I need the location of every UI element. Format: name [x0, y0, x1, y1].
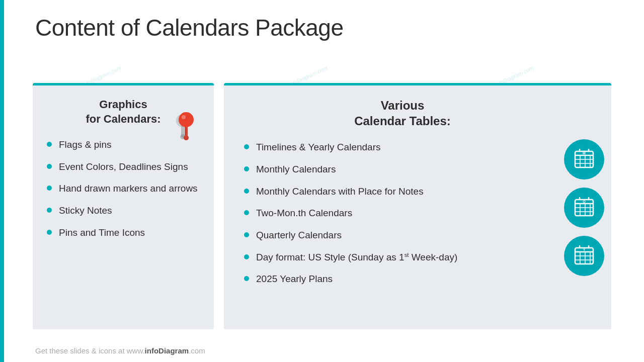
list-item: Event Colors, Deadlines Signs [47, 160, 200, 173]
svg-point-5 [179, 112, 194, 127]
list-item: Day format: US Style (Sunday as 1st Week… [244, 251, 561, 264]
list-item: Quarterly Calendars [244, 229, 561, 242]
list-item: 2025 Yearly Plans [244, 273, 561, 286]
bullet-dot [244, 166, 249, 171]
page-title: Content of Calendars Package [35, 14, 624, 41]
columns-container: Graphics for Calendars: Flags & pins [33, 83, 611, 329]
right-bullet-list: Timelines & Yearly Calendars Monthly Cal… [244, 141, 561, 285]
bullet-dot [47, 186, 52, 191]
bullet-dot [47, 230, 52, 235]
bullet-dot [47, 208, 52, 213]
list-item: Timelines & Yearly Calendars [244, 141, 561, 154]
list-item: Two-Mon.th Calendars [244, 207, 561, 220]
bullet-dot [47, 142, 52, 147]
quarterly-calendar-icon: Q [564, 188, 604, 228]
bullet-dot [47, 164, 52, 169]
svg-text:Y: Y [583, 248, 586, 251]
list-item: Sticky Notes [47, 204, 200, 217]
pin-icon-decoration [169, 111, 204, 148]
list-item: Pins and Time Icons [47, 226, 200, 239]
list-item: Hand drawn markers and arrows [47, 182, 200, 195]
svg-point-6 [182, 115, 186, 119]
footer-brand: infoDiagram [145, 346, 189, 355]
monthly-calendar-icon: M [564, 139, 604, 179]
bullet-dot [244, 232, 249, 237]
calendar-icons-group: M Q [564, 139, 604, 276]
title-area: Content of Calendars Package [35, 14, 624, 41]
bullet-dot [244, 144, 249, 149]
svg-text:M: M [583, 151, 586, 155]
left-column: Graphics for Calendars: Flags & pins [33, 83, 214, 329]
right-column-title: Various Calendar Tables: [244, 98, 561, 129]
right-column: Various Calendar Tables: Timelines & Yea… [224, 83, 611, 329]
left-accent-bar [0, 0, 4, 362]
bullet-dot [244, 254, 249, 259]
footer: Get these slides & icons at www.infoDiag… [35, 346, 205, 355]
bullet-dot [244, 210, 249, 215]
list-item: Monthly Calendars with Place for Notes [244, 185, 561, 198]
bullet-dot [244, 189, 249, 194]
svg-text:Q: Q [583, 200, 586, 204]
bullet-dot [244, 276, 249, 281]
yearly-calendar-icon: Y [564, 236, 604, 276]
left-bullet-list: Flags & pins Event Colors, Deadlines Sig… [47, 138, 200, 239]
list-item: Monthly Calendars [244, 163, 561, 176]
